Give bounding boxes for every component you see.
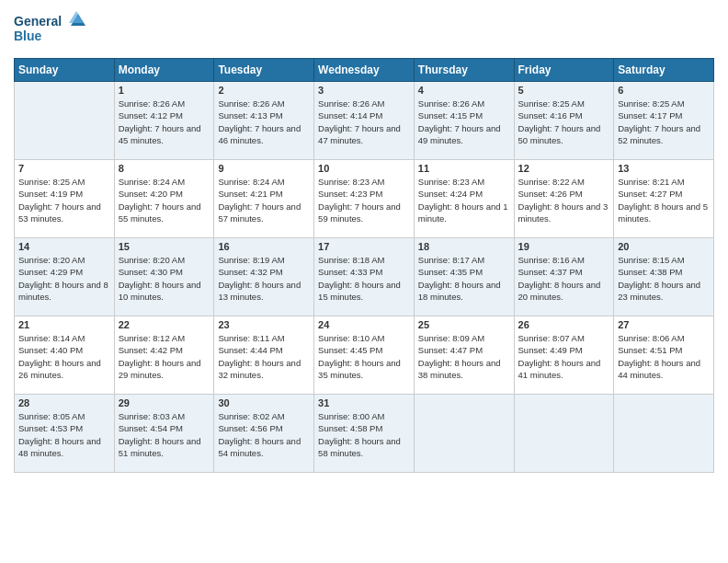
day-number: 28 <box>18 397 110 408</box>
weekday-header-row: SundayMondayTuesdayWednesdayThursdayFrid… <box>15 59 714 82</box>
calendar-cell: 11Sunrise: 8:23 AMSunset: 4:24 PMDayligh… <box>414 160 514 238</box>
day-number: 3 <box>318 85 410 96</box>
weekday-header-wednesday: Wednesday <box>314 59 415 82</box>
day-info: Sunrise: 8:25 AMSunset: 4:16 PMDaylight:… <box>518 98 610 146</box>
svg-text:General: General <box>14 14 62 29</box>
day-info: Sunrise: 8:17 AMSunset: 4:35 PMDaylight:… <box>418 254 510 303</box>
day-number: 18 <box>418 241 510 252</box>
day-number: 20 <box>618 241 710 252</box>
day-info: Sunrise: 8:26 AMSunset: 4:15 PMDaylight:… <box>418 98 510 146</box>
day-info: Sunrise: 8:15 AMSunset: 4:38 PMDaylight:… <box>618 254 710 303</box>
day-number: 4 <box>418 85 510 96</box>
day-number: 10 <box>318 163 410 174</box>
weekday-header-friday: Friday <box>514 59 614 82</box>
day-info: Sunrise: 8:22 AMSunset: 4:26 PMDaylight:… <box>518 176 610 224</box>
calendar-cell: 4Sunrise: 8:26 AMSunset: 4:15 PMDaylight… <box>414 82 514 160</box>
calendar-cell: 2Sunrise: 8:26 AMSunset: 4:13 PMDaylight… <box>214 82 314 160</box>
calendar-cell: 10Sunrise: 8:23 AMSunset: 4:23 PMDayligh… <box>314 160 415 238</box>
calendar-cell: 28Sunrise: 8:05 AMSunset: 4:53 PMDayligh… <box>15 395 115 473</box>
calendar-cell: 1Sunrise: 8:26 AMSunset: 4:12 PMDaylight… <box>114 82 214 160</box>
calendar-cell: 21Sunrise: 8:14 AMSunset: 4:40 PMDayligh… <box>15 316 115 395</box>
day-info: Sunrise: 8:00 AMSunset: 4:58 PMDaylight:… <box>318 410 410 459</box>
day-info: Sunrise: 8:06 AMSunset: 4:51 PMDaylight:… <box>618 332 710 381</box>
day-number: 19 <box>518 241 610 252</box>
day-number: 2 <box>218 85 310 96</box>
calendar-cell: 31Sunrise: 8:00 AMSunset: 4:58 PMDayligh… <box>314 395 415 473</box>
day-info: Sunrise: 8:26 AMSunset: 4:13 PMDaylight:… <box>218 98 310 146</box>
calendar-cell: 18Sunrise: 8:17 AMSunset: 4:35 PMDayligh… <box>414 238 514 316</box>
day-number: 16 <box>218 241 310 252</box>
calendar-cell: 13Sunrise: 8:21 AMSunset: 4:27 PMDayligh… <box>614 160 714 238</box>
calendar-cell: 27Sunrise: 8:06 AMSunset: 4:51 PMDayligh… <box>614 316 714 395</box>
calendar-cell <box>15 82 115 160</box>
day-info: Sunrise: 8:25 AMSunset: 4:17 PMDaylight:… <box>618 98 710 146</box>
calendar-cell: 5Sunrise: 8:25 AMSunset: 4:16 PMDaylight… <box>514 82 614 160</box>
day-info: Sunrise: 8:10 AMSunset: 4:45 PMDaylight:… <box>318 332 410 381</box>
day-info: Sunrise: 8:02 AMSunset: 4:56 PMDaylight:… <box>218 410 310 459</box>
calendar-cell: 7Sunrise: 8:25 AMSunset: 4:19 PMDaylight… <box>15 160 115 238</box>
day-number: 12 <box>518 163 610 174</box>
svg-marker-3 <box>69 11 84 23</box>
day-info: Sunrise: 8:18 AMSunset: 4:33 PMDaylight:… <box>318 254 410 303</box>
calendar-cell: 9Sunrise: 8:24 AMSunset: 4:21 PMDaylight… <box>214 160 314 238</box>
day-info: Sunrise: 8:12 AMSunset: 4:42 PMDaylight:… <box>119 332 210 381</box>
logo-svg: General Blue <box>14 9 87 51</box>
day-info: Sunrise: 8:24 AMSunset: 4:21 PMDaylight:… <box>218 176 310 224</box>
day-number: 5 <box>518 85 610 96</box>
day-number: 9 <box>218 163 310 174</box>
day-info: Sunrise: 8:21 AMSunset: 4:27 PMDaylight:… <box>618 176 710 224</box>
calendar-cell: 20Sunrise: 8:15 AMSunset: 4:38 PMDayligh… <box>614 238 714 316</box>
day-info: Sunrise: 8:09 AMSunset: 4:47 PMDaylight:… <box>418 332 510 381</box>
calendar-cell: 14Sunrise: 8:20 AMSunset: 4:29 PMDayligh… <box>15 238 115 316</box>
day-number: 14 <box>18 241 110 252</box>
calendar-cell: 3Sunrise: 8:26 AMSunset: 4:14 PMDaylight… <box>314 82 415 160</box>
day-info: Sunrise: 8:03 AMSunset: 4:54 PMDaylight:… <box>119 410 210 459</box>
calendar-cell: 29Sunrise: 8:03 AMSunset: 4:54 PMDayligh… <box>114 395 214 473</box>
weekday-header-thursday: Thursday <box>414 59 514 82</box>
day-number: 23 <box>218 319 310 330</box>
day-number: 26 <box>518 319 610 330</box>
svg-text:Blue: Blue <box>14 29 42 43</box>
day-info: Sunrise: 8:19 AMSunset: 4:32 PMDaylight:… <box>218 254 310 303</box>
week-row-2: 7Sunrise: 8:25 AMSunset: 4:19 PMDaylight… <box>15 160 714 238</box>
day-number: 17 <box>318 241 410 252</box>
calendar-cell: 22Sunrise: 8:12 AMSunset: 4:42 PMDayligh… <box>114 316 214 395</box>
day-info: Sunrise: 8:26 AMSunset: 4:14 PMDaylight:… <box>318 98 410 146</box>
day-info: Sunrise: 8:20 AMSunset: 4:30 PMDaylight:… <box>119 254 210 303</box>
week-row-3: 14Sunrise: 8:20 AMSunset: 4:29 PMDayligh… <box>15 238 714 316</box>
day-info: Sunrise: 8:26 AMSunset: 4:12 PMDaylight:… <box>119 98 210 146</box>
calendar-cell: 12Sunrise: 8:22 AMSunset: 4:26 PMDayligh… <box>514 160 614 238</box>
day-number: 25 <box>418 319 510 330</box>
page-header: General Blue <box>14 9 714 51</box>
week-row-5: 28Sunrise: 8:05 AMSunset: 4:53 PMDayligh… <box>15 395 714 473</box>
calendar-cell: 17Sunrise: 8:18 AMSunset: 4:33 PMDayligh… <box>314 238 415 316</box>
weekday-header-saturday: Saturday <box>614 59 714 82</box>
calendar-cell: 6Sunrise: 8:25 AMSunset: 4:17 PMDaylight… <box>614 82 714 160</box>
day-info: Sunrise: 8:05 AMSunset: 4:53 PMDaylight:… <box>18 410 110 459</box>
day-number: 11 <box>418 163 510 174</box>
calendar-cell: 19Sunrise: 8:16 AMSunset: 4:37 PMDayligh… <box>514 238 614 316</box>
day-number: 30 <box>218 397 310 408</box>
day-number: 15 <box>119 241 210 252</box>
calendar-cell: 24Sunrise: 8:10 AMSunset: 4:45 PMDayligh… <box>314 316 415 395</box>
day-number: 13 <box>618 163 710 174</box>
calendar-cell: 15Sunrise: 8:20 AMSunset: 4:30 PMDayligh… <box>114 238 214 316</box>
day-number: 27 <box>618 319 710 330</box>
calendar-cell: 25Sunrise: 8:09 AMSunset: 4:47 PMDayligh… <box>414 316 514 395</box>
day-number: 7 <box>18 163 110 174</box>
day-number: 8 <box>119 163 210 174</box>
day-number: 24 <box>318 319 410 330</box>
day-number: 31 <box>318 397 410 408</box>
day-info: Sunrise: 8:14 AMSunset: 4:40 PMDaylight:… <box>18 332 110 381</box>
calendar-cell <box>514 395 614 473</box>
weekday-header-tuesday: Tuesday <box>214 59 314 82</box>
weekday-header-monday: Monday <box>114 59 214 82</box>
calendar-cell: 16Sunrise: 8:19 AMSunset: 4:32 PMDayligh… <box>214 238 314 316</box>
day-number: 1 <box>119 85 210 96</box>
day-info: Sunrise: 8:25 AMSunset: 4:19 PMDaylight:… <box>18 176 110 224</box>
day-number: 29 <box>119 397 210 408</box>
calendar-cell <box>614 395 714 473</box>
calendar-cell <box>414 395 514 473</box>
week-row-1: 1Sunrise: 8:26 AMSunset: 4:12 PMDaylight… <box>15 82 714 160</box>
logo: General Blue <box>14 9 87 51</box>
